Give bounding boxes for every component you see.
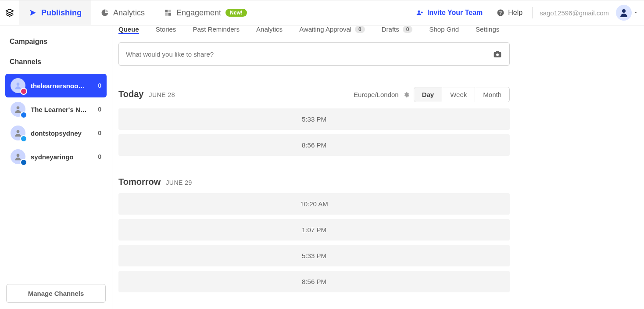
composer-placeholder: What would you like to share? <box>126 50 214 58</box>
subtab-label: Queue <box>118 25 139 33</box>
analytics-icon <box>101 9 109 17</box>
subtab-label: Settings <box>476 25 499 33</box>
nav-tab-publishing[interactable]: Publishing <box>19 0 91 25</box>
avatar-icon <box>616 5 632 21</box>
subtab-label: Stories <box>156 25 176 33</box>
svg-point-9 <box>17 106 20 109</box>
subtabs: QueueStoriesPast RemindersAnalyticsAwait… <box>112 25 644 34</box>
svg-rect-2 <box>165 13 168 16</box>
account-menu[interactable] <box>616 5 638 21</box>
slot-list: 10:20 AM1:07 PM5:33 PM8:56 PM <box>118 193 510 292</box>
range-button[interactable]: Week <box>442 87 475 102</box>
camera-icon[interactable] <box>493 50 502 58</box>
slot-list: 5:33 PM8:56 PM <box>118 108 510 156</box>
subtab-label: Past Reminders <box>193 25 240 33</box>
nav-tab-label: Publishing <box>41 8 82 18</box>
day-title: Tomorrow <box>118 177 161 187</box>
subtab-label: Shop Grid <box>429 25 459 33</box>
svg-point-7 <box>622 9 626 13</box>
channel-name: The Learner's Nook <box>31 106 88 113</box>
channel-avatar <box>11 126 25 140</box>
subtab[interactable]: Stories <box>156 25 176 34</box>
content: QueueStoriesPast RemindersAnalyticsAwait… <box>112 25 644 309</box>
svg-rect-3 <box>168 13 171 16</box>
svg-point-4 <box>418 11 420 13</box>
count-pill: 0 <box>403 26 413 33</box>
day-date: JUNE 28 <box>149 91 175 98</box>
channel-count: 0 <box>98 129 101 137</box>
time-slot[interactable]: 8:56 PM <box>118 134 510 156</box>
subtab[interactable]: Analytics <box>256 25 283 34</box>
help-icon: ? <box>497 9 504 17</box>
subtab[interactable]: Shop Grid <box>429 25 459 34</box>
range-button[interactable]: Month <box>475 87 509 102</box>
sidebar-channel-item[interactable]: The Learner's Nook 0 <box>5 97 107 121</box>
user-email: sago12596@gmail.com <box>536 9 612 17</box>
svg-point-10 <box>17 130 20 133</box>
chevron-down-icon <box>633 11 638 15</box>
time-slot[interactable]: 5:33 PM <box>118 108 510 130</box>
channel-avatar <box>11 78 25 93</box>
composer[interactable]: What would you like to share? <box>118 42 510 66</box>
time-slot[interactable]: 10:20 AM <box>118 193 510 215</box>
channel-count: 0 <box>98 106 101 113</box>
sidebar-channel-item[interactable]: sydneyaringo 0 <box>5 145 107 169</box>
engagement-icon <box>164 9 172 17</box>
channel-avatar <box>11 149 25 164</box>
brand-icon[interactable] <box>0 8 19 17</box>
time-slot[interactable]: 1:07 PM <box>118 219 510 241</box>
svg-point-11 <box>17 154 20 157</box>
svg-text:?: ? <box>499 10 502 15</box>
channel-name: sydneyaringo <box>31 153 74 161</box>
gear-icon[interactable] <box>403 92 409 98</box>
svg-point-8 <box>17 83 20 86</box>
manage-channels-button[interactable]: Manage Channels <box>6 284 106 303</box>
new-badge: New! <box>225 9 247 17</box>
sidebar-campaigns[interactable]: Campaigns <box>3 32 109 52</box>
nav-tab-label: Engagement <box>176 8 221 18</box>
invite-team-label: Invite Your Team <box>427 9 483 17</box>
count-pill: 0 <box>355 26 365 33</box>
channel-list: thelearnersnookoffici... 0 The Learner's… <box>3 72 109 169</box>
topbar: Publishing Analytics Engagement New! Inv… <box>0 0 644 25</box>
sidebar: Campaigns Channels thelearnersnookoffici… <box>0 25 112 309</box>
range-button[interactable]: Day <box>414 87 442 102</box>
day-header: Today JUNE 28 Europe/London DayWeekMonth <box>118 87 510 102</box>
help-label: Help <box>508 9 522 17</box>
nav-tab-analytics[interactable]: Analytics <box>91 0 154 25</box>
range-toggle: DayWeekMonth <box>414 87 510 102</box>
people-icon <box>416 9 424 16</box>
channel-name: dontstopsydney <box>31 129 82 137</box>
subtab[interactable]: Past Reminders <box>193 25 240 34</box>
subtab[interactable]: Awaiting Approval0 <box>299 25 365 34</box>
primary-nav: Publishing Analytics Engagement New! <box>19 0 257 25</box>
nav-tab-engagement[interactable]: Engagement New! <box>154 0 257 25</box>
subtab-label: Drafts <box>382 25 399 33</box>
divider <box>532 7 533 18</box>
subtab-label: Analytics <box>256 25 283 33</box>
sidebar-channel-item[interactable]: dontstopsydney 0 <box>5 121 107 145</box>
svg-rect-1 <box>168 10 171 12</box>
subtab[interactable]: Drafts0 <box>382 25 413 34</box>
help-link[interactable]: ? Help <box>490 9 529 17</box>
day-title: Today <box>118 89 143 99</box>
svg-point-12 <box>496 54 499 56</box>
timezone-label: Europe/London <box>354 91 399 98</box>
nav-tab-label: Analytics <box>113 8 145 18</box>
publishing-icon <box>29 9 37 17</box>
network-badge-icon <box>20 135 27 142</box>
day-header: Tomorrow JUNE 29 <box>118 177 510 187</box>
sidebar-channels[interactable]: Channels <box>3 52 109 72</box>
time-slot[interactable]: 8:56 PM <box>118 271 510 292</box>
channel-count: 0 <box>98 82 101 89</box>
invite-team-link[interactable]: Invite Your Team <box>408 9 490 17</box>
subtab[interactable]: Queue <box>118 25 139 34</box>
day-date: JUNE 29 <box>166 179 192 186</box>
time-slot[interactable]: 5:33 PM <box>118 245 510 266</box>
network-badge-icon <box>20 159 27 166</box>
subtab[interactable]: Settings <box>476 25 499 34</box>
channel-count: 0 <box>98 153 101 160</box>
sidebar-channel-item[interactable]: thelearnersnookoffici... 0 <box>5 74 107 97</box>
network-badge-icon <box>20 88 27 95</box>
channel-name: thelearnersnookoffici... <box>31 82 88 90</box>
